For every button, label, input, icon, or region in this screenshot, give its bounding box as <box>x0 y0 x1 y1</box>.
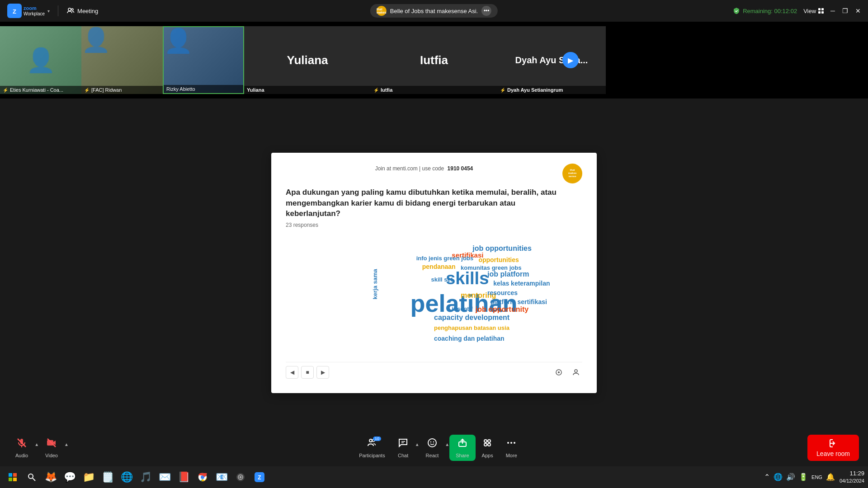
leave-button[interactable]: Leave room <box>807 435 859 461</box>
notes-button[interactable]: 🗒️ <box>99 468 117 486</box>
next-participant-button[interactable]: ▶ <box>562 52 579 68</box>
zoom-taskbar-icon: Z <box>255 472 264 482</box>
svg-point-16 <box>369 439 372 442</box>
react-arrow[interactable]: ▲ <box>445 442 449 447</box>
teams-button[interactable]: 💬 <box>61 468 79 486</box>
meeting-logo: thatmakes <box>377 6 387 16</box>
zoom-text: zoom <box>24 5 45 11</box>
close-button[interactable]: ✕ <box>855 7 861 14</box>
meeting-more-button[interactable]: ••• <box>481 6 491 16</box>
audio-arrow[interactable]: ▲ <box>34 442 39 447</box>
zoom-taskbar-button[interactable]: Z <box>250 468 269 486</box>
participant-tile-iutfia: Iutfia ⚡ Iutfia <box>371 26 497 94</box>
svg-rect-7 <box>821 11 824 14</box>
participant-label-yuliana-display: Yuliana <box>287 53 328 67</box>
react-group: React ▲ <box>420 435 450 461</box>
slide-prev-button[interactable]: ◀ <box>286 366 298 379</box>
participants-icon: 10 <box>367 437 377 451</box>
share-button[interactable]: Share <box>449 435 475 461</box>
svg-text:Z: Z <box>13 8 16 15</box>
participants-label: Participants <box>359 453 385 458</box>
pdf-button[interactable]: 📕 <box>175 468 193 486</box>
word-cloud-item: kelas keterampilan <box>493 280 550 287</box>
participant-name-yuliana: Yuliana <box>244 86 371 94</box>
search-button[interactable] <box>23 468 41 486</box>
chat-arrow[interactable]: ▲ <box>415 442 420 447</box>
word-cloud-item: info jenis green jobs <box>416 255 473 262</box>
gmail-button[interactable]: 📧 <box>212 468 231 486</box>
chat-icon <box>398 437 409 451</box>
slide-person-icon[interactable] <box>570 366 582 379</box>
svg-point-29 <box>510 442 512 444</box>
more-icon <box>506 437 517 451</box>
word-cloud-item: resources <box>487 289 518 296</box>
chrome-button[interactable] <box>193 468 212 486</box>
participant-tile-rizky: 👤 Rizky Abietto <box>163 26 244 94</box>
react-button[interactable]: React <box>420 435 445 461</box>
slide-settings-icon[interactable] <box>552 366 565 379</box>
strip-nav-right[interactable]: ▶ <box>562 52 579 68</box>
slide-stop-button[interactable]: ■ <box>301 366 314 379</box>
browser2-button[interactable] <box>231 468 250 486</box>
more-button[interactable]: More <box>500 435 524 461</box>
participant-tile-ridwan: 👤 ⚡ [FAC] Ridwan <box>81 26 163 94</box>
restore-button[interactable]: ❐ <box>842 7 848 14</box>
audio-group: Audio ▲ <box>9 435 39 461</box>
chat-group: Chat ▲ <box>392 435 420 461</box>
notification-icon[interactable]: 🔔 <box>826 473 835 481</box>
bottom-toolbar: Audio ▲ Video ▲ 10 <box>0 429 868 466</box>
start-button[interactable] <box>4 468 22 486</box>
participant-photo-ridwan: 👤 <box>81 26 163 54</box>
participants-strip: 👤 ⚡ Eties Kurniawati - Coa... 👤 ⚡ [FAC] … <box>0 22 868 99</box>
mute-icon-iutfia: ⚡ <box>373 88 379 93</box>
expand-tray-icon[interactable]: ⌃ <box>764 473 770 481</box>
apps-button[interactable]: Apps <box>476 435 500 461</box>
view-button[interactable]: View <box>803 8 824 14</box>
taskbar-left: 🦊 💬 📁 🗒️ 🌐 🎵 ✉️ 📕 📧 <box>4 468 269 486</box>
mail-button[interactable]: ✉️ <box>156 468 174 486</box>
word-cloud-item: penghapusan batasan usia <box>434 324 509 331</box>
firefox-button[interactable]: 🦊 <box>42 468 60 486</box>
chat-button[interactable]: Chat <box>392 435 415 461</box>
menti-join-text: Join at menti.com | use code <box>375 165 444 172</box>
windows-icon <box>8 473 17 482</box>
audio-button[interactable]: Audio <box>9 435 34 461</box>
svg-point-2 <box>68 8 71 11</box>
word-cloud-item: insentif <box>452 305 472 312</box>
menti-responses: 23 responses <box>286 222 582 228</box>
chrome-icon <box>198 472 208 482</box>
top-bar-right: Remaining: 00:12:02 View ─ ❐ ✕ <box>733 7 861 14</box>
leave-label: Leave room <box>816 450 850 457</box>
participants-badge: 10 <box>373 436 381 441</box>
participant-name-iutfia: ⚡ Iutfia <box>371 86 497 94</box>
taskbar-right: ⌃ 🌐 🔊 🔋 ENG 🔔 11:29 04/12/2024 <box>764 469 864 485</box>
edge-button[interactable]: 🌐 <box>118 468 136 486</box>
zoom-icon: Z <box>7 4 22 18</box>
video-arrow[interactable]: ▲ <box>64 442 69 447</box>
minimize-button[interactable]: ─ <box>830 7 835 14</box>
react-icon <box>427 437 438 451</box>
slide-next-button[interactable]: ▶ <box>316 366 329 379</box>
leave-icon <box>828 438 838 448</box>
dropdown-arrow-icon[interactable]: ▾ <box>47 9 50 14</box>
svg-point-3 <box>71 9 73 10</box>
audio-label: Audio <box>15 453 28 458</box>
participant-photo-rizky: 👤 <box>164 27 243 55</box>
svg-point-27 <box>488 443 491 446</box>
svg-point-25 <box>488 440 491 442</box>
participants-button[interactable]: 10 Participants <box>353 435 391 461</box>
explorer-button[interactable]: 📁 <box>80 468 98 486</box>
svg-point-9 <box>558 371 560 373</box>
participant-name-eties: ⚡ Eties Kurniawati - Coa... <box>0 86 81 94</box>
apps-label: Apps <box>482 453 493 458</box>
menti-join-info: Join at menti.com | use code 1910 0454 <box>286 164 562 172</box>
svg-rect-33 <box>9 478 12 481</box>
menti-join-code: 1910 0454 <box>448 165 473 172</box>
mute-icon-ridwan: ⚡ <box>84 88 90 93</box>
word-cloud-item: capacity development <box>434 314 509 322</box>
video-button[interactable]: Video <box>39 435 64 461</box>
spotify-button[interactable]: 🎵 <box>137 468 155 486</box>
menti-question: Apa dukungan yang paling kamu dibutuhkan… <box>286 187 566 219</box>
share-icon <box>457 437 468 451</box>
word-cloud-item: skill set <box>431 276 453 283</box>
